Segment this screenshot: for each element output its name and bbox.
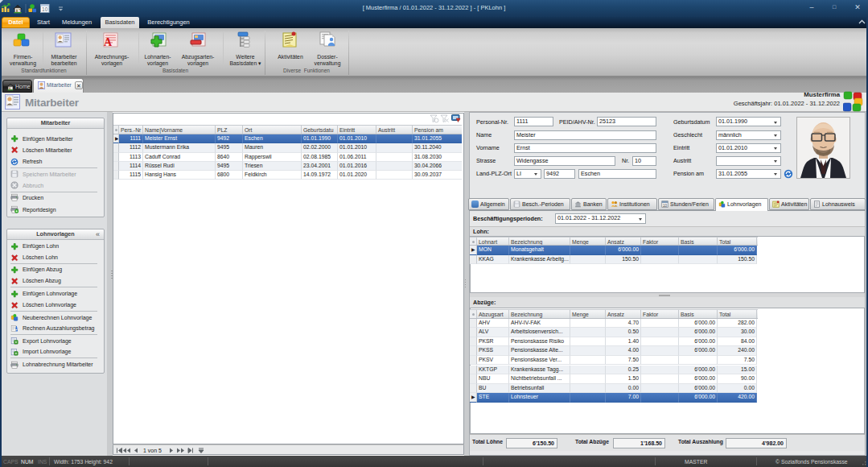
svg-text:10: 10 [663, 204, 668, 208]
